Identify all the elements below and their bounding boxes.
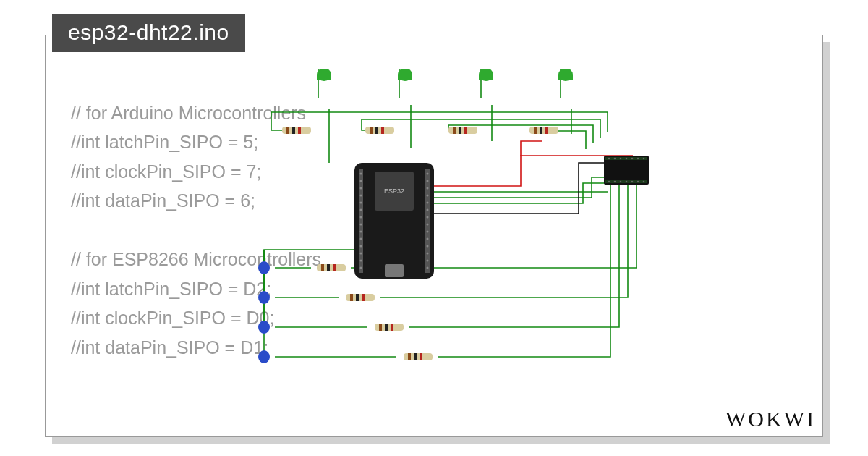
- code-snippet: // for Arduino Microcontrollers //int la…: [71, 69, 321, 362]
- code-line: //int latchPin_SIPO = D2;: [71, 279, 271, 299]
- code-line: //int dataPin_SIPO = D1;: [71, 337, 268, 358]
- code-line: //int latchPin_SIPO = 5;: [71, 132, 258, 152]
- wokwi-logo: WOKWI: [726, 407, 816, 431]
- code-line: //int clockPin_SIPO = D0;: [71, 308, 274, 328]
- code-line: // for Arduino Microcontrollers: [71, 103, 306, 123]
- code-line: //int dataPin_SIPO = 6;: [71, 190, 255, 211]
- code-line: //int clockPin_SIPO = 7;: [71, 161, 261, 182]
- filename-tab[interactable]: esp32-dht22.ino: [52, 14, 245, 52]
- code-line: // for ESP8266 Microcontrollers: [71, 249, 321, 269]
- filename-text: esp32-dht22.ino: [68, 20, 229, 44]
- brand-text: WOKWI: [726, 407, 816, 431]
